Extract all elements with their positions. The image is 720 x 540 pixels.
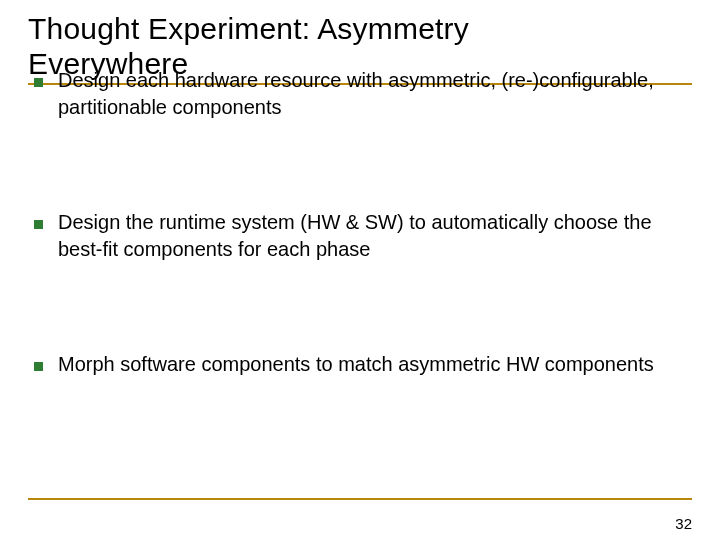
list-item: Morph software components to match asymm… bbox=[28, 351, 692, 378]
bullet-text: Morph software components to match asymm… bbox=[58, 353, 654, 375]
bullet-text: Design each hardware resource with asymm… bbox=[58, 69, 654, 118]
title-line-1: Thought Experiment: Asymmetry bbox=[28, 12, 469, 45]
page-number: 32 bbox=[675, 515, 692, 532]
slide: Thought Experiment: Asymmetry Everywhere… bbox=[0, 0, 720, 540]
slide-body: Design each hardware resource with asymm… bbox=[28, 67, 692, 378]
bullet-text: Design the runtime system (HW & SW) to a… bbox=[58, 211, 652, 260]
bullet-list: Design each hardware resource with asymm… bbox=[28, 67, 692, 378]
list-item: Design the runtime system (HW & SW) to a… bbox=[28, 209, 692, 263]
footer-rule bbox=[28, 498, 692, 500]
list-item: Design each hardware resource with asymm… bbox=[28, 67, 692, 121]
